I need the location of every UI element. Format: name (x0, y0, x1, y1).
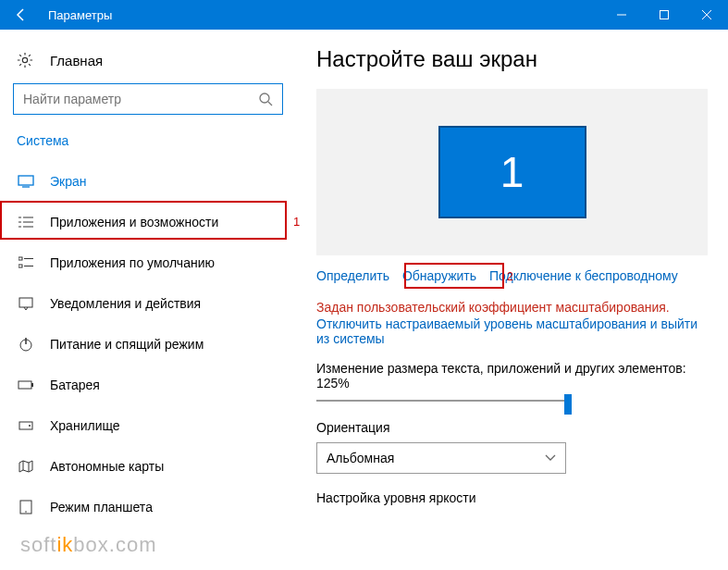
display-number: 1 (500, 147, 524, 197)
nav-label: Автономные карты (50, 459, 164, 474)
nav-power[interactable]: Питание и спящий режим (0, 324, 296, 365)
list-icon (17, 216, 35, 229)
window-title: Параметры (43, 8, 600, 22)
notification-icon (17, 297, 35, 310)
svg-rect-20 (19, 381, 31, 389)
nav-label: Питание и спящий режим (50, 337, 204, 352)
wireless-link[interactable]: Подключение к беспроводному (489, 268, 678, 283)
nav-label: Уведомления и действия (50, 296, 201, 311)
nav-default-apps[interactable]: Приложения по умолчанию (0, 242, 296, 283)
brightness-label: Настройка уровня яркости (316, 490, 708, 505)
content: Настройте ваш экран 1 Определить Обнаруж… (296, 30, 728, 570)
search-wrap (13, 83, 283, 115)
search-input[interactable] (23, 92, 258, 106)
close-button[interactable] (685, 0, 728, 30)
nav-battery[interactable]: Батарея (0, 365, 296, 405)
nav-label: Приложения и возможности (50, 215, 218, 229)
nav-display[interactable]: Экран (0, 161, 296, 202)
back-button[interactable] (0, 0, 43, 30)
page-title: Настройте ваш экран (316, 46, 708, 72)
nav-label: Хранилище (50, 418, 120, 433)
storage-icon (17, 420, 35, 431)
tablet-icon (17, 500, 35, 514)
battery-icon (17, 379, 35, 390)
disable-scaling-link[interactable]: Отключить настраиваемый уровень масштаби… (316, 316, 708, 346)
scaling-warning: Задан пользовательский коэффициент масшт… (316, 300, 708, 315)
orientation-label: Ориентация (316, 420, 708, 435)
titlebar: Параметры (0, 0, 728, 30)
power-icon (17, 337, 35, 352)
svg-point-3 (260, 93, 269, 103)
slider-thumb[interactable] (564, 394, 572, 415)
minimize-button[interactable] (600, 0, 643, 30)
search-icon (258, 92, 273, 106)
orientation-value: Альбомная (327, 451, 394, 465)
display-preview: 1 (316, 89, 708, 255)
search-box[interactable] (13, 83, 283, 115)
svg-rect-1 (660, 11, 669, 19)
nav-label: Приложения по умолчанию (50, 255, 215, 270)
svg-rect-13 (19, 257, 22, 260)
svg-rect-15 (19, 265, 22, 267)
chevron-down-icon (545, 454, 556, 462)
display-1[interactable]: 1 (438, 126, 586, 218)
identify-link[interactable]: Определить (316, 268, 389, 283)
svg-rect-17 (19, 298, 32, 307)
nav-notifications[interactable]: Уведомления и действия (0, 283, 296, 324)
orientation-select[interactable]: Альбомная (316, 442, 566, 474)
svg-line-4 (268, 102, 272, 105)
sidebar: Главная Система Экран Приложения и возмо… (0, 30, 296, 570)
default-apps-icon (17, 256, 35, 269)
display-actions: Определить Обнаружить Подключение к бесп… (316, 268, 708, 283)
slider-track (316, 400, 566, 402)
scale-slider[interactable] (316, 400, 708, 402)
category-label: Система (0, 133, 296, 161)
scale-label: Изменение размера текста, приложений и д… (316, 361, 708, 390)
nav-apps[interactable]: Приложения и возможности (0, 202, 296, 242)
nav-label: Батарея (50, 378, 100, 392)
detect-link[interactable]: Обнаружить (402, 268, 476, 283)
nav-maps[interactable]: Автономные карты (0, 446, 296, 487)
svg-rect-5 (19, 176, 33, 185)
home-link[interactable]: Главная (0, 46, 296, 83)
maps-icon (17, 460, 35, 473)
nav-storage[interactable]: Хранилище (0, 405, 296, 446)
home-label: Главная (50, 53, 103, 68)
nav-tablet[interactable]: Режим планшета (0, 487, 296, 527)
maximize-button[interactable] (643, 0, 685, 30)
main-area: Главная Система Экран Приложения и возмо… (0, 30, 728, 570)
display-icon (17, 175, 35, 188)
gear-icon (17, 52, 35, 68)
nav-label: Экран (50, 174, 87, 189)
svg-point-25 (25, 511, 27, 513)
svg-point-2 (22, 57, 27, 62)
nav-label: Режим планшета (50, 500, 153, 514)
svg-point-23 (29, 425, 31, 427)
svg-rect-21 (31, 383, 33, 387)
